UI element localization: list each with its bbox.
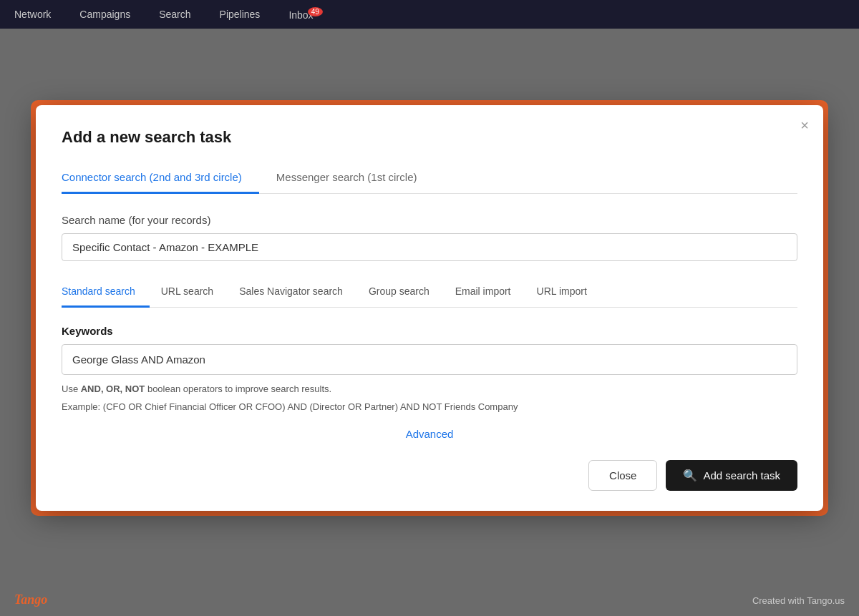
search-name-input[interactable] (62, 233, 797, 261)
tab-standard-search[interactable]: Standard search (62, 278, 150, 308)
tab-messenger-search[interactable]: Messenger search (1st circle) (276, 164, 435, 194)
hint-text-line1: Use AND, OR, NOT boolean operators to im… (62, 382, 797, 397)
modal-container: Add a new search task × Connector search… (36, 105, 823, 511)
tab-url-search[interactable]: URL search (161, 278, 228, 308)
search-icon: 🔍 (683, 469, 697, 482)
tab-group-search[interactable]: Group search (369, 278, 444, 308)
close-button[interactable]: Close (588, 460, 657, 491)
tab-email-import[interactable]: Email import (455, 278, 525, 308)
tab-url-import[interactable]: URL import (537, 278, 601, 308)
hint-text-line2: Example: (CFO OR Chief Financial Officer… (62, 400, 797, 415)
modal-outer-border: Add a new search task × Connector search… (31, 100, 828, 516)
tab-connector-search[interactable]: Connector search (2nd and 3rd circle) (62, 164, 259, 194)
modal-close-button[interactable]: × (800, 118, 809, 132)
tab-sales-navigator-search[interactable]: Sales Navigator search (239, 278, 357, 308)
top-tabs-container: Connector search (2nd and 3rd circle) Me… (62, 164, 797, 194)
advanced-link[interactable]: Advanced (62, 428, 797, 440)
modal-backdrop: Add a new search task × Connector search… (0, 0, 859, 616)
modal-title: Add a new search task (62, 128, 797, 147)
keywords-label: Keywords (62, 325, 797, 337)
search-tabs-container: Standard search URL search Sales Navigat… (62, 278, 797, 308)
modal-footer: Close 🔍 Add search task (62, 460, 797, 491)
keywords-input[interactable] (62, 344, 797, 375)
search-name-label: Search name (for your records) (62, 214, 797, 226)
add-search-task-button[interactable]: 🔍 Add search task (666, 460, 797, 491)
